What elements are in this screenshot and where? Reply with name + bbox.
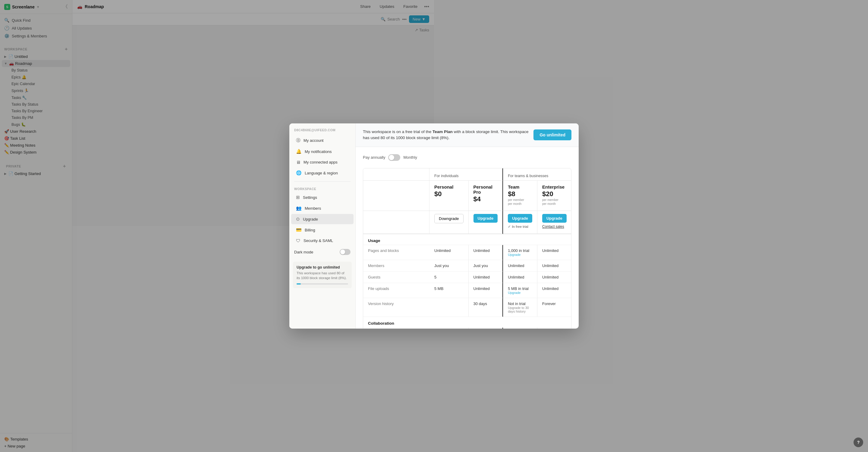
account-icon: Ⓑ [296, 138, 301, 143]
empty-header [363, 168, 430, 181]
plans-grid: For individuals For teams & businesses P… [363, 168, 434, 226]
action-empty [363, 211, 430, 226]
people-icon: 👥 [296, 205, 302, 211]
workspace-menu-section-label: WORKSPACE [289, 185, 355, 192]
plan-name-empty [363, 181, 430, 211]
personal-action-cell: Downgrade [430, 211, 434, 226]
trial-banner: This workspace is on a free trial of the… [355, 123, 434, 147]
team-plan-bold: Team Plan [433, 130, 434, 134]
globe-icon: 🌐 [296, 170, 302, 176]
user-email: D8C4B68E@UIFEED.COM [289, 123, 355, 135]
billing-period-toggle[interactable] [388, 154, 400, 161]
apps-icon: 🖥 [296, 160, 301, 165]
bell-icon: 🔔 [296, 149, 302, 154]
modal-left-panel: D8C4B68E@UIFEED.COM Ⓑ My account 🔔 My no… [289, 123, 355, 226]
modal-menu-settings[interactable]: ⊞ Settings [291, 192, 353, 202]
billing-toggle-row: Pay annually Monthly [363, 154, 434, 161]
modal-menu-connected-apps[interactable]: 🖥 My connected apps [291, 157, 353, 167]
grid-icon: ⊞ [296, 195, 300, 200]
modal-menu-upgrade[interactable]: ⊙ Upgrade [291, 214, 353, 224]
billing-toggle-knob [389, 155, 394, 160]
for-individuals-header: For individuals [430, 168, 434, 181]
modal-menu-members[interactable]: 👥 Members [291, 203, 353, 213]
modal-menu-my-account[interactable]: Ⓑ My account [291, 135, 353, 146]
personal-plan-name-cell: Personal $0 [430, 181, 434, 211]
upgrade-icon: ⊙ [296, 216, 300, 222]
modal-right-panel: This workspace is on a free trial of the… [355, 123, 434, 226]
monthly-label: Monthly [403, 155, 417, 160]
upgrade-modal: D8C4B68E@UIFEED.COM Ⓑ My account 🔔 My no… [289, 123, 434, 226]
modal-menu-billing[interactable]: 💳 Billing [291, 225, 353, 226]
divider [294, 181, 350, 182]
plans-section: Pay annually Monthly For individuals For… [355, 147, 434, 226]
modal-menu-my-notifications[interactable]: 🔔 My notifications [291, 146, 353, 157]
pay-annually-label: Pay annually [363, 155, 385, 160]
modal-menu-language-region[interactable]: 🌐 Language & region [291, 168, 353, 178]
banner-text: This workspace is on a free trial of the… [363, 129, 434, 141]
modal-overlay[interactable]: D8C4B68E@UIFEED.COM Ⓑ My account 🔔 My no… [0, 0, 434, 226]
